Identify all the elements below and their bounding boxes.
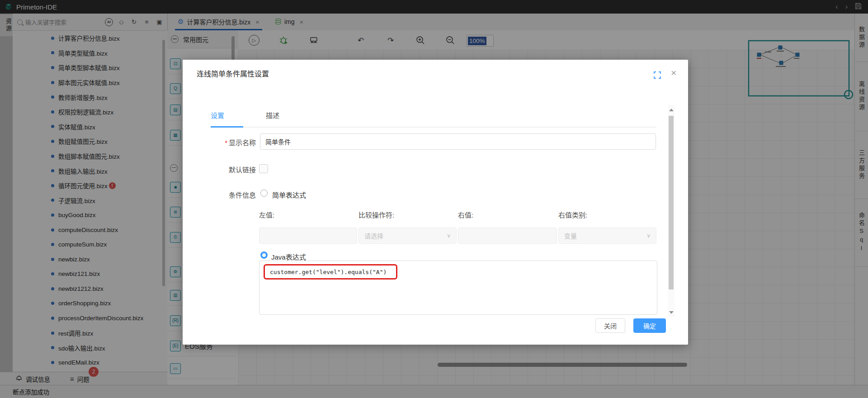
active-tab-indicator bbox=[211, 126, 243, 128]
left-value-input[interactable] bbox=[259, 227, 357, 244]
scrollbar-thumb[interactable] bbox=[669, 116, 674, 289]
condition-info-label: 条件信息 bbox=[212, 190, 256, 199]
tab-settings[interactable]: 设置 bbox=[211, 110, 224, 120]
chevron-down-icon: ∨ bbox=[447, 232, 451, 239]
close-icon[interactable]: × bbox=[671, 68, 676, 77]
fullscreen-icon[interactable] bbox=[654, 71, 661, 79]
simple-expression-radio[interactable] bbox=[260, 190, 268, 197]
default-link-label: 默认链接 bbox=[212, 165, 256, 174]
line-condition-dialog: 连线简单条件属性设置 × 设置 描述 *显示名称 默认链接 条件信息 简单表达式… bbox=[183, 60, 688, 345]
dialog-title: 连线简单条件属性设置 bbox=[197, 68, 269, 79]
right-value-type-header: 右值类别: bbox=[558, 210, 587, 219]
required-asterisk: * bbox=[225, 139, 227, 147]
close-button[interactable]: 关闭 bbox=[595, 318, 625, 333]
simple-expression-label: 简单表达式 bbox=[272, 190, 306, 199]
operator-select[interactable]: 请选择∨ bbox=[359, 227, 457, 244]
confirm-button[interactable]: 确定 bbox=[633, 318, 666, 333]
tab-track bbox=[211, 127, 656, 128]
right-value-type-select[interactable]: 变量∨ bbox=[558, 227, 656, 244]
right-value-input[interactable] bbox=[458, 227, 557, 244]
java-expression-textarea[interactable]: customer.get("level").equals("A") bbox=[259, 261, 657, 315]
display-name-input[interactable] bbox=[260, 133, 656, 150]
annotation-highlight-box: customer.get("level").equals("A") bbox=[264, 264, 397, 280]
chevron-down-icon: ∨ bbox=[646, 232, 651, 239]
java-expression-label: Java表达式 bbox=[271, 252, 306, 261]
scroll-up-icon[interactable] bbox=[669, 109, 674, 111]
scroll-down-icon[interactable] bbox=[669, 311, 674, 314]
default-link-checkbox[interactable] bbox=[259, 164, 268, 173]
java-expression-radio[interactable] bbox=[260, 251, 268, 259]
primeton-ide-window: Primeton-IDE ‹ › 资源 输入关键字搜索 AI ◇ ↻ ≡ ▣ ⚙ bbox=[0, 0, 868, 398]
display-name-label: *显示名称 bbox=[212, 137, 256, 147]
left-value-header: 左值: bbox=[259, 210, 274, 219]
java-expression-code: customer.get("level").equals("A") bbox=[270, 269, 387, 275]
tab-description[interactable]: 描述 bbox=[266, 110, 279, 120]
dialog-scrollbar[interactable] bbox=[668, 105, 675, 317]
right-value-header: 右值: bbox=[458, 210, 473, 219]
operator-header: 比较操作符: bbox=[359, 210, 394, 219]
